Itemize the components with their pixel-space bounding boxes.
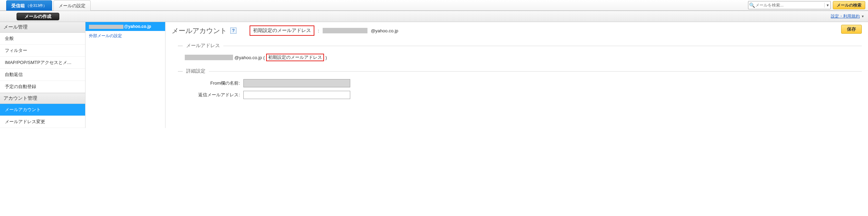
address-domain: @yahoo.co.jp bbox=[234, 55, 262, 60]
section-header-detail: 詳細設定 bbox=[186, 68, 205, 74]
page-title: メールアカウント bbox=[172, 26, 227, 35]
help-icon[interactable]: ? bbox=[230, 28, 236, 34]
divider-icon bbox=[223, 46, 862, 46]
sidebar-item-mail-account[interactable]: メールアカウント bbox=[0, 104, 85, 116]
sidebar-item-auto-reply[interactable]: 自動返信 bbox=[0, 69, 85, 81]
sidebar-item-filter[interactable]: フィルター bbox=[0, 45, 85, 57]
address-note: 初期設定のメールアドレス bbox=[266, 54, 324, 61]
reply-address-label: 返信メールアドレス: bbox=[185, 92, 240, 98]
search-input[interactable] bbox=[755, 2, 824, 9]
reply-address-input[interactable] bbox=[243, 91, 350, 99]
tab-mail-settings[interactable]: メールの設定 bbox=[53, 0, 91, 11]
account-item-external-settings[interactable]: 外部メールの設定 bbox=[85, 31, 165, 41]
sidebar-item-imap-pop-smtp[interactable]: IMAP/POP/SMTPアクセスとメ… bbox=[0, 57, 85, 69]
settings-terms-link[interactable]: 設定・利用規約 bbox=[831, 13, 860, 19]
account-item-primary-local-redacted bbox=[89, 25, 123, 29]
compose-button[interactable]: メールの作成 bbox=[17, 13, 59, 20]
tab-mail-settings-label: メールの設定 bbox=[59, 3, 85, 9]
tab-inbox-label: 受信箱 bbox=[11, 3, 25, 9]
address-local-redacted bbox=[185, 55, 233, 60]
save-button[interactable]: 保存 bbox=[841, 25, 862, 34]
sidebar-header-mail-management: メール管理 bbox=[0, 22, 85, 33]
address-note-close: ) bbox=[325, 55, 327, 60]
divider-icon bbox=[178, 71, 183, 72]
sidebar-header-account-management: アカウント管理 bbox=[0, 93, 85, 104]
account-item-primary-domain: @yahoo.co.jp bbox=[124, 24, 151, 29]
divider-icon bbox=[209, 71, 862, 72]
tab-inbox-count: （全313件） bbox=[26, 3, 47, 8]
search-options-dropdown-icon[interactable]: ▾ bbox=[824, 3, 830, 8]
from-name-input[interactable] bbox=[243, 79, 350, 87]
search-button[interactable]: メールの検索 bbox=[833, 1, 865, 9]
account-item-primary[interactable]: @yahoo.co.jp bbox=[85, 22, 165, 31]
sidebar-item-general[interactable]: 全般 bbox=[0, 33, 85, 45]
divider-icon bbox=[178, 46, 183, 46]
search-icon: 🔍 bbox=[748, 2, 755, 8]
from-name-label: From欄の名前: bbox=[185, 80, 240, 86]
default-address-domain: @yahoo.co.jp bbox=[371, 28, 398, 33]
default-address-local-redacted bbox=[323, 28, 367, 33]
settings-terms-dropdown-icon[interactable]: ▾ bbox=[862, 14, 864, 19]
default-address-colon: : bbox=[318, 28, 319, 33]
search-box[interactable]: 🔍 ▾ bbox=[748, 1, 831, 9]
section-header-mail-address: メールアドレス bbox=[186, 43, 220, 49]
address-note-open: ( bbox=[263, 55, 265, 60]
tab-inbox[interactable]: 受信箱 （全313件） bbox=[6, 0, 52, 11]
sidebar-item-change-address[interactable]: メールアドレス変更 bbox=[0, 116, 85, 128]
sidebar-item-auto-schedule[interactable]: 予定の自動登録 bbox=[0, 81, 85, 93]
default-address-label: 初期設定のメールアドレス bbox=[250, 25, 314, 36]
